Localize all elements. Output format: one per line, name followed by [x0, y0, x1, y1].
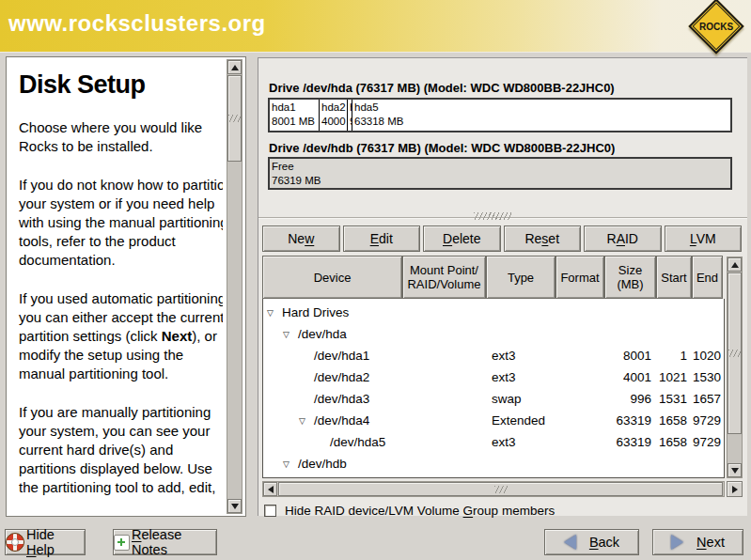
column-header-1[interactable]: Mount Point/ RAID/Volume [402, 256, 486, 299]
rocks-logo-text: ROCKS [699, 22, 733, 32]
up-arrow-icon [731, 262, 739, 268]
expander-icon[interactable]: ▽ [299, 416, 314, 426]
end-cell: 9729 [693, 435, 724, 449]
column-header-3[interactable]: Format [555, 256, 604, 299]
table-row[interactable]: ▽/dev/hda [263, 323, 724, 345]
table-horizontal-scrollbar[interactable] [262, 481, 725, 497]
size-cell: 4001 [605, 370, 657, 384]
reset-button[interactable]: Reset [504, 226, 582, 252]
up-arrow-icon [231, 65, 239, 70]
header-banner: www.rocksclusters.org ROCKS [0, 0, 751, 53]
installer-window: www.rocksclusters.org ROCKS Disk Setup C… [0, 0, 751, 560]
start-cell: 1658 [657, 435, 693, 449]
down-arrow-icon [231, 504, 239, 509]
new-button[interactable]: New [262, 226, 340, 252]
partition-table: DeviceMount Point/ RAID/VolumeTypeFormat… [262, 256, 725, 478]
release-notes-icon [114, 535, 130, 551]
help-paragraph: If you do not know how to partition your… [19, 176, 223, 270]
table-row[interactable]: /dev/hda2ext3400110211530 [263, 366, 724, 388]
rocks-logo: ROCKS [688, 0, 743, 54]
help-lifering-icon [6, 533, 24, 552]
partition-segment[interactable]: hda2 4000 MB [320, 100, 348, 131]
table-row[interactable]: /dev/hda3swap99615311657 [263, 388, 724, 410]
edit-button[interactable]: Edit [343, 226, 421, 252]
scroll-down-button[interactable] [728, 463, 742, 477]
drive-hda-label: Drive /dev/hda (76317 MB) (Model: WDC WD… [269, 81, 615, 95]
size-cell: 996 [605, 392, 657, 406]
next-arrow-icon [671, 535, 683, 550]
size-cell: 63319 [605, 435, 657, 449]
end-cell: 1530 [693, 370, 724, 384]
back-arrow-icon [564, 535, 576, 550]
release-notes-button[interactable]: Release Notes [113, 529, 217, 555]
table-row[interactable]: ▽Hard Drives [263, 302, 724, 323]
scroll-down-button[interactable] [227, 499, 242, 513]
drive-hdb-label: Drive /dev/hdb (76317 MB) (Model: WDC WD… [269, 141, 615, 155]
table-header-row: DeviceMount Point/ RAID/VolumeTypeFormat… [262, 256, 725, 299]
partition-table-body: ▽Hard Drives▽/dev/hda/dev/hda1ext3800111… [262, 299, 725, 478]
pane-resize-grip[interactable] [474, 212, 511, 220]
column-header-0[interactable]: Device [262, 256, 402, 299]
start-cell: 1658 [657, 413, 693, 428]
lvm-button[interactable]: LVM [665, 226, 743, 252]
type-cell: Extended [487, 413, 556, 428]
delete-button[interactable]: Delete [423, 226, 501, 252]
down-arrow-icon [731, 468, 739, 474]
help-paragraph: If you used automatic partitioning, you … [19, 289, 223, 383]
start-cell: 1 [657, 349, 693, 363]
end-cell: 1657 [693, 392, 724, 406]
table-row[interactable]: /dev/hda5ext36331916589729 [263, 431, 724, 453]
type-cell: swap [487, 392, 556, 406]
hide-raid-checkbox[interactable] [264, 505, 276, 517]
drive-hdb-bar: Free 76319 MB [268, 157, 732, 190]
table-row[interactable]: ▽/dev/hda4Extended6331916589729 [263, 410, 724, 431]
device-label: /dev/hda4 [314, 413, 369, 428]
expander-icon[interactable]: ▽ [267, 308, 282, 318]
column-header-4[interactable]: Size (MB) [604, 256, 656, 299]
scrollbar-thumb[interactable] [278, 482, 723, 496]
drive-hda-bar: hda1 8001 MB hda2 4000 MB hda3 996 MB hd… [268, 98, 732, 132]
device-label: /dev/hda1 [314, 349, 369, 363]
expander-icon[interactable]: ▽ [283, 459, 298, 469]
disk-setup-pane: Drive /dev/hda (76317 MB) (Model: WDC WD… [258, 57, 747, 516]
help-scrollbar[interactable] [227, 59, 243, 514]
right-arrow-icon [732, 486, 738, 493]
scrollbar-thumb[interactable] [227, 75, 242, 162]
scroll-right-button[interactable] [727, 481, 743, 497]
hide-raid-label: Hide RAID device/LVM Volume Group member… [285, 504, 555, 518]
column-header-6[interactable]: End [692, 256, 723, 299]
end-cell: 9729 [693, 413, 724, 428]
scrollbar-thumb[interactable] [728, 272, 742, 434]
site-title: www.rocksclusters.org [8, 10, 266, 37]
table-vertical-scrollbar[interactable] [727, 257, 743, 478]
hide-help-button[interactable]: Hide Help [5, 529, 86, 555]
grip-icon [494, 486, 508, 493]
device-label: /dev/hda [298, 327, 347, 341]
back-button[interactable]: Back [544, 529, 639, 555]
scroll-left-button[interactable] [263, 482, 277, 496]
start-cell: 1021 [657, 370, 693, 384]
size-cell: 8001 [605, 349, 657, 363]
table-row[interactable]: /dev/hda1ext3800111020 [263, 345, 724, 366]
left-arrow-icon [268, 486, 274, 493]
table-row[interactable]: ▽/dev/hdb [263, 453, 724, 474]
device-label: /dev/hda2 [314, 370, 369, 384]
device-label: /dev/hda3 [314, 392, 369, 406]
column-header-2[interactable]: Type [486, 256, 555, 299]
partition-segment[interactable]: hda5 63318 MB [352, 100, 730, 131]
device-label: /dev/hda5 [330, 435, 385, 449]
device-label: /dev/hdb [298, 457, 347, 471]
free-space-segment[interactable]: Free 76319 MB [270, 159, 730, 188]
type-cell: ext3 [487, 435, 556, 449]
raid-button[interactable]: RAID [584, 226, 662, 252]
next-button[interactable]: Next [652, 529, 743, 555]
device-label: Hard Drives [282, 305, 349, 319]
column-header-5[interactable]: Start [656, 256, 692, 299]
partition-segment[interactable]: hda1 8001 MB [270, 100, 320, 131]
scroll-up-button[interactable] [728, 257, 742, 272]
partition-toolbar: New Edit Delete Reset RAID LVM [262, 226, 742, 252]
help-paragraph: Choose where you would like Rocks to be … [19, 118, 223, 156]
page-title: Disk Setup [19, 70, 223, 100]
scroll-up-button[interactable] [227, 60, 242, 74]
expander-icon[interactable]: ▽ [283, 330, 298, 339]
